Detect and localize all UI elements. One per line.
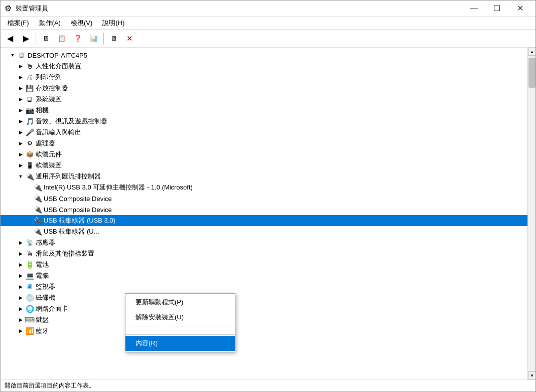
forward-button[interactable]: ▶ <box>19 32 34 46</box>
root-label: DESKTOP-AITC4P5 <box>28 52 87 59</box>
minimize-button[interactable]: — <box>462 1 485 17</box>
usb-intel-label: Intel(R) USB 3.0 可延伸主機控制器 - 1.0 (Microso… <box>44 183 193 192</box>
window-title: 裝置管理員 <box>16 4 48 13</box>
tree-system[interactable]: ▶ 🖥 系統裝置 <box>1 94 527 105</box>
mouse-expand[interactable]: ▶ <box>17 250 25 258</box>
system-expand[interactable]: ▶ <box>17 95 25 103</box>
properties-button[interactable]: 🖥 <box>38 32 53 46</box>
storage-expand[interactable]: ▶ <box>17 84 25 92</box>
usb-root1-label: USB 根集線器 (USB 3.0) <box>44 216 115 225</box>
maximize-button[interactable]: ☐ <box>485 1 508 17</box>
connect-button[interactable]: 🖥 <box>106 32 121 46</box>
back-button[interactable]: ◀ <box>3 32 18 46</box>
tree-network[interactable]: ▶ 🌐 網路介面卡 <box>1 303 527 314</box>
toolbar: ◀ ▶ 🖥 📋 ❓ 📊 🖥 ✕ <box>1 30 535 48</box>
sw-dev-label: 軟體裝置 <box>36 161 62 170</box>
storage-icon: 💾 <box>25 83 35 93</box>
tree-keyboard[interactable]: ▶ ⌨ 鍵盤 <box>1 314 527 325</box>
menu-view[interactable]: 檢視(V) <box>66 18 97 29</box>
toolbar-separator-1 <box>36 33 36 45</box>
tree-disk[interactable]: ▶ 💿 磁碟機 <box>1 292 527 303</box>
usb-comp2-label: USB Composite Device <box>44 206 112 214</box>
status-bar: 開啟目前所選項目的內容工作表。 <box>1 379 535 391</box>
summary-button[interactable]: 📋 <box>54 32 69 46</box>
title-bar: ⚙ 裝置管理員 — ☐ ✕ <box>1 1 535 17</box>
keyboard-expand[interactable]: ▶ <box>17 316 25 324</box>
usb-comp1-icon: 🔌 <box>33 193 43 204</box>
tree-usb-comp-1[interactable]: ▶ 🔌 USB Composite Device <box>1 193 527 204</box>
resources-button[interactable]: 📊 <box>86 32 101 46</box>
tree-camera[interactable]: ▶ 📷 相機 <box>1 105 527 116</box>
battery-expand[interactable]: ▶ <box>17 261 25 269</box>
monitor-expand[interactable]: ▶ <box>17 283 25 291</box>
print-expand[interactable]: ▶ <box>17 73 25 81</box>
scrollbar[interactable]: ▲ ▼ <box>527 48 535 379</box>
tree-usb-comp-2[interactable]: ▶ 🔌 USB Composite Device <box>1 204 527 215</box>
toolbar-separator-2 <box>103 33 104 45</box>
tree-bluetooth[interactable]: ▶ 📶 藍牙 <box>1 325 527 336</box>
device-tree[interactable]: ▼ 🖥 DESKTOP-AITC4P5 ▶ 🖱 人性化介面裝置 ▶ 🖨 列印佇列 <box>1 48 527 379</box>
computer-label: 電腦 <box>36 271 49 280</box>
usb-intel-icon: 🔌 <box>33 182 43 192</box>
sw-comp-label: 軟體元件 <box>36 150 62 159</box>
main-area: ▼ 🖥 DESKTOP-AITC4P5 ▶ 🖱 人性化介面裝置 ▶ 🖨 列印佇列 <box>1 48 535 379</box>
ctx-sep-2 <box>125 334 235 335</box>
tree-usb-intel[interactable]: ▶ 🔌 Intel(R) USB 3.0 可延伸主機控制器 - 1.0 (Mic… <box>1 182 527 193</box>
status-text: 開啟目前所選項目的內容工作表。 <box>5 381 95 390</box>
disk-expand[interactable]: ▶ <box>17 294 25 302</box>
help-button[interactable]: ❓ <box>70 32 85 46</box>
tree-usb-root1[interactable]: ▶ 🔌 USB 根集線器 (USB 3.0) <box>1 215 527 226</box>
usb-expand[interactable]: ▼ <box>17 172 25 180</box>
tree-processor[interactable]: ▶ ⚙ 處理器 <box>1 138 527 149</box>
tree-battery[interactable]: ▶ 🔋 電池 <box>1 259 527 270</box>
battery-label: 電池 <box>36 260 49 269</box>
audio-io-expand[interactable]: ▶ <box>17 128 25 136</box>
scroll-up[interactable]: ▲ <box>528 48 535 56</box>
tree-print[interactable]: ▶ 🖨 列印佇列 <box>1 72 527 83</box>
tree-root[interactable]: ▼ 🖥 DESKTOP-AITC4P5 <box>1 50 527 61</box>
tree-storage[interactable]: ▶ 💾 存放控制器 <box>1 83 527 94</box>
hid-icon: 🖱 <box>25 61 35 71</box>
ctx-uninstall[interactable]: 解除安裝裝置(U) <box>125 310 235 325</box>
ctx-update-driver[interactable]: 更新驅動程式(P) <box>125 295 235 310</box>
sensor-expand[interactable]: ▶ <box>17 239 25 247</box>
tree-monitor[interactable]: ▶ 🖥 監視器 <box>1 281 527 292</box>
tree-usb-root2[interactable]: ▶ 🔌 USB 根集線器 (U... <box>1 226 527 237</box>
tree-hid[interactable]: ▶ 🖱 人性化介面裝置 <box>1 61 527 72</box>
tree-audio[interactable]: ▶ 🎵 音效、視訊及遊戲控制器 <box>1 116 527 127</box>
close-button[interactable]: ✕ <box>508 1 531 17</box>
tree-audio-io[interactable]: ▶ 🎤 音訊輸入與輸出 <box>1 127 527 138</box>
tree-software-comp[interactable]: ▶ 📦 軟體元件 <box>1 149 527 160</box>
audio-io-label: 音訊輸入與輸出 <box>36 128 81 137</box>
network-label: 網路介面卡 <box>36 304 68 313</box>
tree-software-dev[interactable]: ▶ 📱 軟體裝置 <box>1 160 527 171</box>
tree-computer[interactable]: ▶ 💻 電腦 <box>1 270 527 281</box>
disconnect-button[interactable]: ✕ <box>122 32 137 46</box>
tree-usb-controller[interactable]: ▼ 🔌 通用序列匯流排控制器 <box>1 171 527 182</box>
menu-help[interactable]: 說明(H) <box>97 18 129 29</box>
audio-expand[interactable]: ▶ <box>17 117 25 125</box>
print-label: 列印佇列 <box>36 73 62 82</box>
menu-action[interactable]: 動作(A) <box>34 18 66 29</box>
scroll-track[interactable] <box>528 56 535 371</box>
system-label: 系統裝置 <box>36 95 62 104</box>
ctx-properties[interactable]: 內容(R) <box>125 336 235 351</box>
camera-expand[interactable]: ▶ <box>17 106 25 114</box>
tree-mouse[interactable]: ▶ 🖱 滑鼠及其他指標裝置 <box>1 248 527 259</box>
context-menu: 更新驅動程式(P) 解除安裝裝置(U) 內容(R) <box>125 293 235 352</box>
ctx-scan[interactable] <box>125 327 235 333</box>
menu-file[interactable]: 檔案(F) <box>3 18 34 29</box>
scroll-down[interactable]: ▼ <box>528 371 535 379</box>
tree-sensor[interactable]: ▶ 📡 感應器 <box>1 237 527 248</box>
processor-expand[interactable]: ▶ <box>17 139 25 147</box>
sw-dev-expand[interactable]: ▶ <box>17 161 25 169</box>
network-expand[interactable]: ▶ <box>17 305 25 313</box>
storage-label: 存放控制器 <box>36 84 68 93</box>
bluetooth-expand[interactable]: ▶ <box>17 327 25 335</box>
scroll-thumb[interactable] <box>528 58 535 88</box>
hid-expand[interactable]: ▶ <box>17 62 25 70</box>
root-expand[interactable]: ▼ <box>9 51 17 59</box>
sw-comp-expand[interactable]: ▶ <box>17 150 25 158</box>
computer-expand[interactable]: ▶ <box>17 272 25 280</box>
keyboard-icon: ⌨ <box>25 315 35 325</box>
